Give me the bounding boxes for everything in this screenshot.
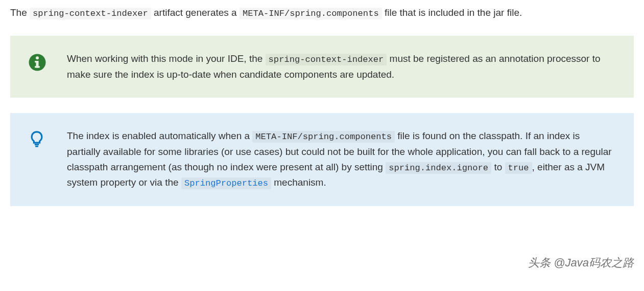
tip-admonition: The index is enabled automatically when … [10, 113, 634, 206]
tip-link-code: SpringProperties [181, 177, 271, 189]
intro-text-3: file that is included in the jar file. [382, 7, 522, 18]
svg-rect-3 [35, 66, 40, 68]
tip-code-2: spring.index.ignore [386, 162, 491, 174]
intro-code-2: META-INF/spring.components [240, 8, 382, 19]
intro-text-2: artifact generates a [151, 7, 240, 18]
tip-text-1: The index is enabled automatically when … [67, 130, 252, 141]
tip-content: The index is enabled automatically when … [67, 128, 616, 191]
info-content: When working with this mode in your IDE,… [67, 51, 616, 82]
intro-paragraph: The spring-context-indexer artifact gene… [10, 5, 634, 20]
info-icon [28, 53, 46, 72]
intro-text-1: The [10, 7, 30, 18]
svg-point-4 [36, 57, 39, 60]
tip-code-3: true [505, 162, 532, 174]
svg-rect-2 [35, 61, 37, 62]
lightbulb-icon [28, 130, 46, 149]
tip-text-5: mechanism. [271, 177, 326, 188]
info-text-1: When working with this mode in your IDE,… [67, 53, 266, 64]
intro-code-1: spring-context-indexer [30, 8, 151, 19]
info-code-1: spring-context-indexer [266, 54, 387, 65]
tip-text-3: to [491, 162, 505, 172]
tip-code-1: META-INF/spring.components [252, 131, 395, 143]
info-admonition: When working with this mode in your IDE,… [10, 36, 634, 98]
spring-properties-link[interactable]: SpringProperties [181, 177, 271, 188]
